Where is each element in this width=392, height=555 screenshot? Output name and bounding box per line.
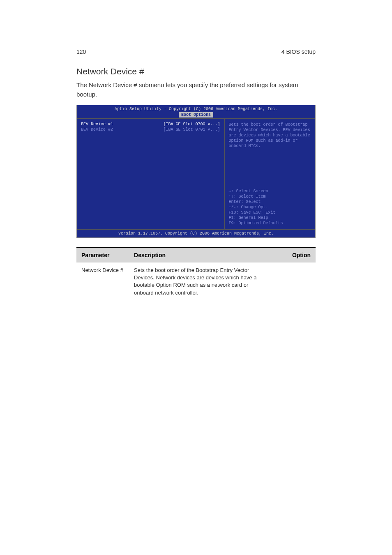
parameter-table: Parameter Description Option Network Dev… bbox=[76, 247, 316, 301]
cell-parameter: Network Device # bbox=[76, 263, 129, 301]
bios-right-panel: Sets the boot order of Bootstrap Entry V… bbox=[225, 119, 315, 229]
th-option: Option bbox=[268, 247, 316, 263]
th-description: Description bbox=[129, 247, 268, 263]
table-header-row: Parameter Description Option bbox=[76, 247, 316, 263]
bios-title-bar: Aptio Setup Utility - Copyright (C) 2006… bbox=[77, 105, 315, 111]
cell-description: Sets the boot order of the Bootstrap Ent… bbox=[129, 263, 268, 301]
cell-option bbox=[268, 263, 316, 301]
bios-screenshot: Aptio Setup Utility - Copyright (C) 2006… bbox=[76, 105, 316, 238]
bios-key-line: F9: Optimized Defaults bbox=[229, 221, 311, 226]
bios-footer: Version 1.17.1057. Copyright (C) 2006 Am… bbox=[77, 229, 315, 237]
th-parameter: Parameter bbox=[76, 247, 129, 263]
bios-option-value: [IBA GE Slot 0701 v...] bbox=[164, 127, 220, 132]
bios-body: BEV Device #1 [IBA GE Slot 0700 v...] BE… bbox=[77, 118, 315, 229]
bios-key-line: F1: General Help bbox=[229, 215, 311, 221]
bios-key-line: F10: Save ESC: Exit bbox=[229, 210, 311, 215]
page-number: 120 bbox=[76, 48, 86, 55]
bios-option-row: BEV Device #2 [IBA GE Slot 0701 v...] bbox=[81, 127, 220, 132]
bios-key-legend: ↔: Select Screen ↑↓: Select Item Enter: … bbox=[229, 189, 311, 226]
bios-key-line: Enter: Select bbox=[229, 199, 311, 205]
bios-key-line: ↔: Select Screen bbox=[229, 189, 311, 194]
bios-left-panel: BEV Device #1 [IBA GE Slot 0700 v...] BE… bbox=[77, 119, 225, 229]
bios-tab-bar: Boot Options bbox=[77, 111, 315, 118]
page-header: 120 4 BIOS setup bbox=[76, 48, 316, 55]
bios-help-text: Sets the boot order of Bootstrap Entry V… bbox=[229, 122, 311, 149]
bios-key-line: ↑↓: Select Item bbox=[229, 194, 311, 199]
bios-option-label: BEV Device #2 bbox=[81, 127, 113, 132]
bios-option-row: BEV Device #1 [IBA GE Slot 0700 v...] bbox=[81, 122, 220, 127]
section-intro: The Network Device # submenu lets you sp… bbox=[76, 81, 316, 99]
chapter-label: 4 BIOS setup bbox=[281, 48, 316, 55]
section-title: Network Device # bbox=[76, 67, 316, 76]
bios-key-line: +/-: Change Opt. bbox=[229, 205, 311, 210]
table-row: Network Device # Sets the boot order of … bbox=[76, 263, 316, 301]
bios-option-label: BEV Device #1 bbox=[81, 122, 113, 127]
bios-option-value: [IBA GE Slot 0700 v...] bbox=[164, 122, 220, 127]
bios-tab-boot-options: Boot Options bbox=[179, 112, 213, 117]
